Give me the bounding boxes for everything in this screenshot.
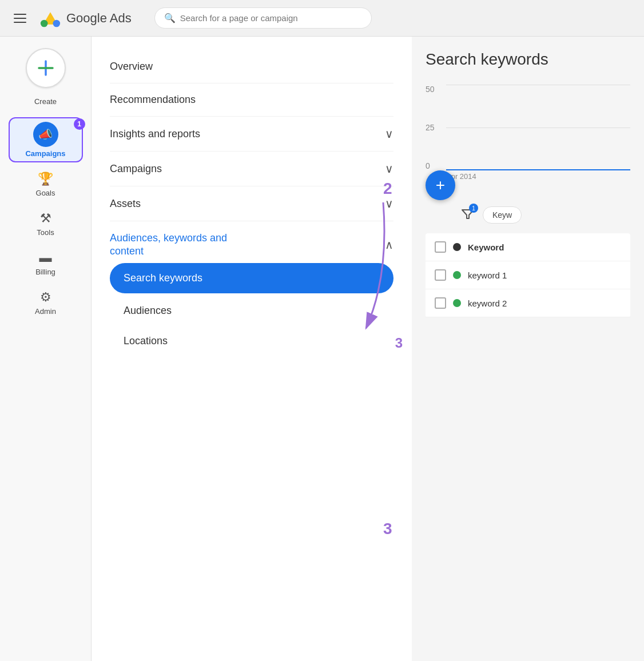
campaigns-chevron-icon: ∨ bbox=[385, 162, 393, 176]
nav-item-campaigns[interactable]: Campaigns ∨ bbox=[110, 152, 393, 186]
svg-text:3: 3 bbox=[383, 520, 392, 537]
nav-item-assets-label: Assets bbox=[110, 198, 141, 210]
chart-y-label-50: 50 bbox=[426, 85, 435, 94]
filter-badge: 1 bbox=[469, 204, 478, 213]
assets-chevron-icon: ∨ bbox=[385, 197, 393, 210]
sidebar: Create 📣 Campaigns 1 🏆 Goals ⚒ Tools ▬ B… bbox=[0, 37, 92, 661]
svg-point-2 bbox=[41, 19, 48, 27]
search-keywords-label: Search keywords bbox=[124, 272, 202, 284]
nav-item-recommendations-label: Recommendations bbox=[110, 94, 196, 106]
create-label: Create bbox=[34, 97, 57, 106]
sidebar-item-admin[interactable]: ⚙ Admin bbox=[11, 285, 80, 320]
row3-status-dot bbox=[453, 299, 461, 307]
table-row: keyword 2 bbox=[426, 289, 630, 317]
app-title: Google Ads bbox=[66, 11, 132, 26]
sidebar-item-campaigns-label: Campaigns bbox=[25, 149, 65, 158]
chart-area: 50 25 0 Apr 2014 + bbox=[426, 80, 630, 194]
tools-icon: ⚒ bbox=[40, 211, 51, 226]
sidebar-item-tools[interactable]: ⚒ Tools bbox=[11, 206, 80, 241]
audiences-chevron-icon: ∧ bbox=[385, 238, 393, 252]
chart-y-label-25: 25 bbox=[426, 123, 435, 132]
plus-icon bbox=[37, 59, 55, 77]
content-panel: Search keywords 50 25 0 Apr 2014 + bbox=[412, 37, 644, 661]
annotation-3-label: 3 bbox=[395, 335, 403, 351]
table-header-row: Keyword bbox=[426, 233, 630, 261]
campaigns-badge: 1 bbox=[74, 118, 85, 130]
nav-item-assets[interactable]: Assets ∨ bbox=[110, 186, 393, 221]
sidebar-item-tools-label: Tools bbox=[37, 228, 54, 237]
table-header-keyword: Keyword bbox=[468, 242, 504, 252]
sub-menu-item-search-keywords[interactable]: Search keywords bbox=[110, 263, 393, 293]
chart-y-label-0: 0 bbox=[426, 161, 435, 170]
campaigns-icon: 📣 bbox=[33, 122, 58, 147]
main-layout: Create 📣 Campaigns 1 🏆 Goals ⚒ Tools ▬ B… bbox=[0, 37, 644, 661]
table-row: keyword 1 bbox=[426, 261, 630, 289]
nav-item-insights[interactable]: Insights and reports ∨ bbox=[110, 117, 393, 152]
row3-keyword-name: keyword 2 bbox=[468, 298, 507, 308]
nav-item-recommendations[interactable]: Recommendations bbox=[110, 83, 393, 117]
header-checkbox[interactable] bbox=[435, 241, 446, 253]
filter-bar: 1 Keyw bbox=[460, 206, 630, 224]
billing-icon: ▬ bbox=[39, 250, 52, 265]
keyword-chip-label: Keyw bbox=[492, 210, 512, 220]
sub-menu-item-audiences[interactable]: Audiences bbox=[110, 296, 393, 326]
admin-icon: ⚙ bbox=[40, 290, 51, 305]
global-search-bar[interactable]: 🔍 bbox=[154, 7, 372, 29]
sidebar-item-campaigns[interactable]: 📣 Campaigns bbox=[9, 117, 83, 162]
sub-menu-item-locations[interactable]: Locations 3 bbox=[110, 326, 393, 356]
page-title: Search keywords bbox=[426, 50, 630, 69]
sidebar-item-billing[interactable]: ▬ Billing bbox=[11, 246, 80, 281]
nav-item-audiences-keywords-label: Audiences, keywords andcontent bbox=[110, 232, 227, 258]
row3-checkbox[interactable] bbox=[435, 297, 446, 309]
audiences-label: Audiences bbox=[124, 305, 172, 316]
svg-point-1 bbox=[53, 19, 61, 27]
header: Google Ads 🔍 bbox=[0, 0, 644, 37]
menu-button[interactable] bbox=[9, 9, 31, 27]
add-button[interactable]: + bbox=[426, 170, 455, 200]
goals-icon: 🏆 bbox=[38, 172, 53, 186]
filter-button[interactable]: 1 bbox=[460, 206, 476, 224]
keyword-filter-chip[interactable]: Keyw bbox=[483, 206, 522, 224]
nav-item-insights-label: Insights and reports bbox=[110, 128, 200, 140]
logo-area: Google Ads bbox=[40, 8, 132, 29]
sub-menu: Search keywords Audiences Locations 3 bbox=[110, 263, 393, 356]
nav-item-overview-label: Overview bbox=[110, 61, 153, 73]
search-icon: 🔍 bbox=[164, 13, 176, 23]
locations-label: Locations bbox=[124, 335, 168, 347]
row2-keyword-name: keyword 1 bbox=[468, 270, 507, 280]
nav-item-audiences-keywords[interactable]: Audiences, keywords andcontent ∧ bbox=[110, 221, 393, 261]
google-ads-logo-icon bbox=[40, 8, 61, 29]
sidebar-item-billing-label: Billing bbox=[35, 268, 55, 276]
header-status-dot bbox=[453, 243, 461, 251]
nav-menu: 2 3 Overview Recommendations Insights an… bbox=[92, 37, 412, 661]
nav-item-campaigns-label: Campaigns bbox=[110, 163, 162, 175]
search-input[interactable] bbox=[180, 13, 362, 23]
insights-chevron-icon: ∨ bbox=[385, 127, 393, 141]
row2-checkbox[interactable] bbox=[435, 269, 446, 281]
sidebar-item-admin-label: Admin bbox=[35, 307, 56, 316]
keyword-table: Keyword keyword 1 keyword 2 bbox=[426, 233, 630, 317]
sidebar-item-goals[interactable]: 🏆 Goals bbox=[11, 167, 80, 202]
nav-item-overview[interactable]: Overview bbox=[110, 50, 393, 83]
row2-status-dot bbox=[453, 271, 461, 279]
create-button[interactable] bbox=[26, 48, 66, 88]
sidebar-item-goals-label: Goals bbox=[36, 189, 55, 197]
